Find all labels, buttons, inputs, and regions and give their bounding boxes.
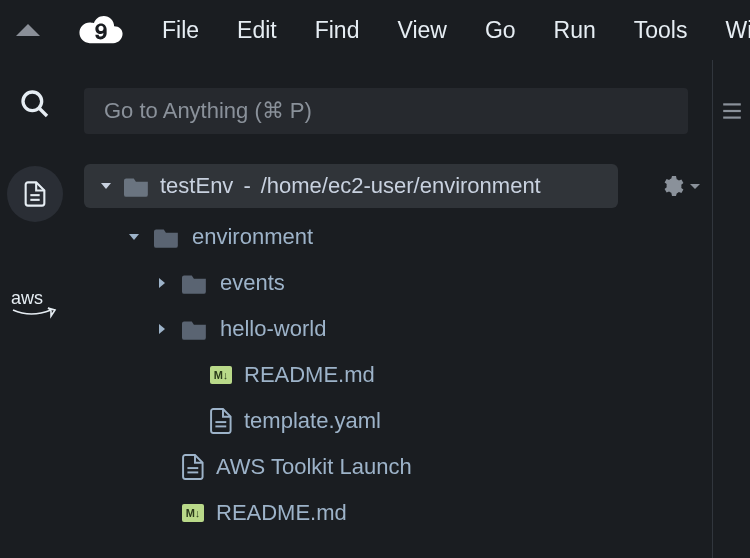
menu-file[interactable]: File (162, 17, 199, 44)
tree-item-label: AWS Toolkit Launch (216, 454, 412, 480)
goto-anything-input[interactable]: Go to Anything (⌘ P) (84, 88, 688, 134)
menubar: File Edit Find View Go Run Tools Window (0, 0, 750, 60)
root-path-sep: - (243, 173, 250, 199)
tree-file-aws-toolkit-launch[interactable]: AWS Toolkit Launch (84, 444, 692, 490)
tree-header: testEnv - /home/ec2-user/environment (84, 164, 692, 208)
menu-find[interactable]: Find (315, 17, 360, 44)
tree-file-readme-md[interactable]: M↓ README.md (84, 352, 692, 398)
file-icon (182, 454, 204, 480)
goto-placeholder: Go to Anything (⌘ P) (104, 98, 312, 124)
sidebar-icons: aws (0, 60, 70, 558)
tree-root-row[interactable]: testEnv - /home/ec2-user/environment (84, 164, 618, 208)
tree-item-label: hello-world (220, 316, 326, 342)
markdown-file-icon: M↓ (210, 366, 232, 384)
menu-go[interactable]: Go (485, 17, 516, 44)
aws-explorer-tab[interactable]: aws (11, 288, 59, 324)
file-icon (210, 408, 232, 434)
svg-line-1 (39, 108, 47, 116)
svg-point-0 (23, 92, 42, 111)
menu-tools[interactable]: Tools (634, 17, 688, 44)
tree-file-template-yaml[interactable]: template.yaml (84, 398, 692, 444)
search-icon[interactable] (19, 88, 51, 124)
svg-text:aws: aws (11, 288, 43, 308)
tree-item-label: events (220, 270, 285, 296)
tree-settings-button[interactable] (660, 174, 700, 198)
right-dock (712, 60, 750, 558)
folder-icon (154, 226, 180, 248)
menu-run[interactable]: Run (554, 17, 596, 44)
tree-folder-environment[interactable]: environment (84, 214, 692, 260)
folder-icon (124, 175, 150, 197)
tree-file-readme-md-root[interactable]: M↓ README.md (84, 490, 692, 536)
folder-icon (182, 272, 208, 294)
markdown-file-icon: M↓ (182, 504, 204, 522)
tree-item-label: README.md (216, 500, 347, 526)
chevron-right-icon (154, 276, 170, 290)
tree-item-label: template.yaml (244, 408, 381, 434)
gear-icon (660, 174, 684, 198)
cloud9-logo-icon[interactable] (78, 15, 124, 45)
tree-folder-events[interactable]: events (84, 260, 692, 306)
explorer-panel: Go to Anything (⌘ P) testEnv - /home/ec2… (70, 60, 712, 558)
chevron-down-icon (98, 179, 114, 193)
folder-icon (182, 318, 208, 340)
chevron-down-icon (126, 230, 142, 244)
file-tree: environment events hello-world M↓ README… (84, 214, 692, 536)
chevron-right-icon (154, 322, 170, 336)
outline-panel-button[interactable] (721, 100, 743, 126)
tree-item-label: environment (192, 224, 313, 250)
tree-folder-hello-world[interactable]: hello-world (84, 306, 692, 352)
chevron-down-icon (690, 184, 700, 189)
tree-item-label: README.md (244, 362, 375, 388)
menu-edit[interactable]: Edit (237, 17, 277, 44)
root-path: /home/ec2-user/environment (261, 173, 541, 199)
main-area: aws Go to Anything (⌘ P) testEnv - /home… (0, 60, 750, 558)
file-explorer-tab[interactable] (7, 166, 63, 222)
collapse-up-icon[interactable] (16, 24, 40, 36)
root-name: testEnv (160, 173, 233, 199)
menu-window[interactable]: Window (725, 17, 750, 44)
menu-view[interactable]: View (397, 17, 446, 44)
